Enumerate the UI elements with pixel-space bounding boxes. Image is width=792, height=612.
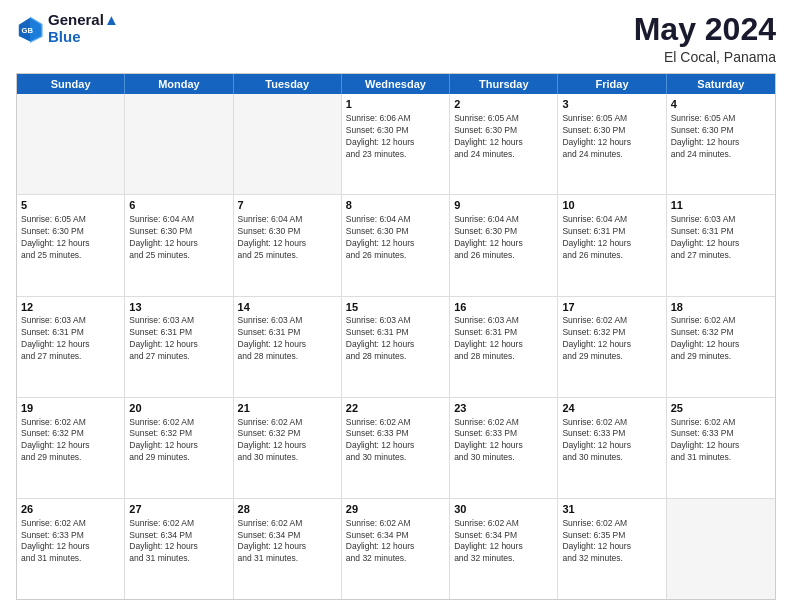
- day-number: 12: [21, 300, 120, 315]
- day-number: 16: [454, 300, 553, 315]
- day-number: 30: [454, 502, 553, 517]
- calendar-cell: 5Sunrise: 6:05 AMSunset: 6:30 PMDaylight…: [17, 195, 125, 295]
- calendar-cell: 1Sunrise: 6:06 AMSunset: 6:30 PMDaylight…: [342, 94, 450, 194]
- calendar-cell: 29Sunrise: 6:02 AMSunset: 6:34 PMDayligh…: [342, 499, 450, 599]
- cell-info-line: and 24 minutes.: [562, 149, 661, 161]
- cell-info-line: Sunset: 6:32 PM: [129, 428, 228, 440]
- day-number: 29: [346, 502, 445, 517]
- calendar-cell: 19Sunrise: 6:02 AMSunset: 6:32 PMDayligh…: [17, 398, 125, 498]
- calendar-header-sunday: Sunday: [17, 74, 125, 94]
- day-number: 24: [562, 401, 661, 416]
- cell-info-line: and 26 minutes.: [346, 250, 445, 262]
- calendar-cell: 25Sunrise: 6:02 AMSunset: 6:33 PMDayligh…: [667, 398, 775, 498]
- cell-info-line: Sunset: 6:34 PM: [238, 530, 337, 542]
- calendar-cell: 18Sunrise: 6:02 AMSunset: 6:32 PMDayligh…: [667, 297, 775, 397]
- cell-info-line: Daylight: 12 hours: [21, 238, 120, 250]
- cell-info-line: and 31 minutes.: [129, 553, 228, 565]
- cell-info-line: Sunset: 6:30 PM: [454, 226, 553, 238]
- cell-info-line: Sunset: 6:32 PM: [671, 327, 771, 339]
- cell-info-line: Sunrise: 6:03 AM: [454, 315, 553, 327]
- day-number: 5: [21, 198, 120, 213]
- cell-info-line: Sunrise: 6:02 AM: [238, 518, 337, 530]
- calendar-cell: 30Sunrise: 6:02 AMSunset: 6:34 PMDayligh…: [450, 499, 558, 599]
- cell-info-line: Daylight: 12 hours: [671, 238, 771, 250]
- cell-info-line: Sunrise: 6:03 AM: [238, 315, 337, 327]
- calendar-cell: [667, 499, 775, 599]
- page: GB General▲ Blue May 2024 El Cocal, Pana…: [0, 0, 792, 612]
- cell-info-line: Daylight: 12 hours: [562, 238, 661, 250]
- cell-info-line: Sunset: 6:30 PM: [238, 226, 337, 238]
- cell-info-line: Sunset: 6:30 PM: [346, 125, 445, 137]
- cell-info-line: Sunset: 6:30 PM: [454, 125, 553, 137]
- calendar-cell: [125, 94, 233, 194]
- day-number: 15: [346, 300, 445, 315]
- calendar-week-2: 5Sunrise: 6:05 AMSunset: 6:30 PMDaylight…: [17, 195, 775, 296]
- calendar-cell: 21Sunrise: 6:02 AMSunset: 6:32 PMDayligh…: [234, 398, 342, 498]
- cell-info-line: and 28 minutes.: [454, 351, 553, 363]
- calendar-header-thursday: Thursday: [450, 74, 558, 94]
- cell-info-line: Sunrise: 6:02 AM: [454, 417, 553, 429]
- day-number: 20: [129, 401, 228, 416]
- cell-info-line: Daylight: 12 hours: [129, 440, 228, 452]
- cell-info-line: Daylight: 12 hours: [346, 339, 445, 351]
- calendar-cell: 28Sunrise: 6:02 AMSunset: 6:34 PMDayligh…: [234, 499, 342, 599]
- cell-info-line: and 24 minutes.: [454, 149, 553, 161]
- calendar-cell: 3Sunrise: 6:05 AMSunset: 6:30 PMDaylight…: [558, 94, 666, 194]
- cell-info-line: Sunset: 6:33 PM: [454, 428, 553, 440]
- cell-info-line: Daylight: 12 hours: [346, 238, 445, 250]
- cell-info-line: Sunset: 6:30 PM: [129, 226, 228, 238]
- cell-info-line: Sunset: 6:33 PM: [346, 428, 445, 440]
- cell-info-line: Daylight: 12 hours: [562, 541, 661, 553]
- cell-info-line: Sunrise: 6:03 AM: [129, 315, 228, 327]
- cell-info-line: Daylight: 12 hours: [238, 440, 337, 452]
- cell-info-line: and 31 minutes.: [21, 553, 120, 565]
- cell-info-line: Sunrise: 6:06 AM: [346, 113, 445, 125]
- header: GB General▲ Blue May 2024 El Cocal, Pana…: [16, 12, 776, 65]
- cell-info-line: Daylight: 12 hours: [21, 440, 120, 452]
- cell-info-line: and 25 minutes.: [129, 250, 228, 262]
- calendar-week-1: 1Sunrise: 6:06 AMSunset: 6:30 PMDaylight…: [17, 94, 775, 195]
- cell-info-line: Daylight: 12 hours: [562, 440, 661, 452]
- cell-info-line: Sunrise: 6:02 AM: [562, 417, 661, 429]
- calendar-cell: 14Sunrise: 6:03 AMSunset: 6:31 PMDayligh…: [234, 297, 342, 397]
- cell-info-line: Daylight: 12 hours: [454, 339, 553, 351]
- cell-info-line: Sunset: 6:34 PM: [129, 530, 228, 542]
- calendar-cell: 27Sunrise: 6:02 AMSunset: 6:34 PMDayligh…: [125, 499, 233, 599]
- cell-info-line: Sunrise: 6:02 AM: [346, 518, 445, 530]
- cell-info-line: Daylight: 12 hours: [562, 339, 661, 351]
- cell-info-line: Daylight: 12 hours: [346, 137, 445, 149]
- cell-info-line: Sunrise: 6:02 AM: [562, 518, 661, 530]
- calendar-header-saturday: Saturday: [667, 74, 775, 94]
- calendar-cell: 4Sunrise: 6:05 AMSunset: 6:30 PMDaylight…: [667, 94, 775, 194]
- cell-info-line: Sunrise: 6:02 AM: [238, 417, 337, 429]
- cell-info-line: and 30 minutes.: [238, 452, 337, 464]
- day-number: 18: [671, 300, 771, 315]
- day-number: 1: [346, 97, 445, 112]
- cell-info-line: Daylight: 12 hours: [454, 440, 553, 452]
- cell-info-line: Sunset: 6:33 PM: [562, 428, 661, 440]
- cell-info-line: and 26 minutes.: [454, 250, 553, 262]
- cell-info-line: Daylight: 12 hours: [346, 541, 445, 553]
- cell-info-line: Daylight: 12 hours: [129, 541, 228, 553]
- logo-icon: GB: [16, 15, 44, 43]
- day-number: 10: [562, 198, 661, 213]
- cell-info-line: and 23 minutes.: [346, 149, 445, 161]
- cell-info-line: Sunrise: 6:05 AM: [454, 113, 553, 125]
- cell-info-line: and 29 minutes.: [129, 452, 228, 464]
- day-number: 27: [129, 502, 228, 517]
- cell-info-line: Sunset: 6:31 PM: [562, 226, 661, 238]
- cell-info-line: Sunrise: 6:02 AM: [21, 417, 120, 429]
- cell-info-line: Daylight: 12 hours: [129, 339, 228, 351]
- cell-info-line: Sunrise: 6:03 AM: [21, 315, 120, 327]
- cell-info-line: Daylight: 12 hours: [671, 440, 771, 452]
- cell-info-line: Daylight: 12 hours: [21, 541, 120, 553]
- day-number: 25: [671, 401, 771, 416]
- day-number: 28: [238, 502, 337, 517]
- cell-info-line: Sunrise: 6:02 AM: [21, 518, 120, 530]
- cell-info-line: and 27 minutes.: [129, 351, 228, 363]
- cell-info-line: Sunset: 6:32 PM: [21, 428, 120, 440]
- cell-info-line: Sunrise: 6:03 AM: [346, 315, 445, 327]
- cell-info-line: and 30 minutes.: [346, 452, 445, 464]
- day-number: 6: [129, 198, 228, 213]
- main-title: May 2024: [634, 12, 776, 47]
